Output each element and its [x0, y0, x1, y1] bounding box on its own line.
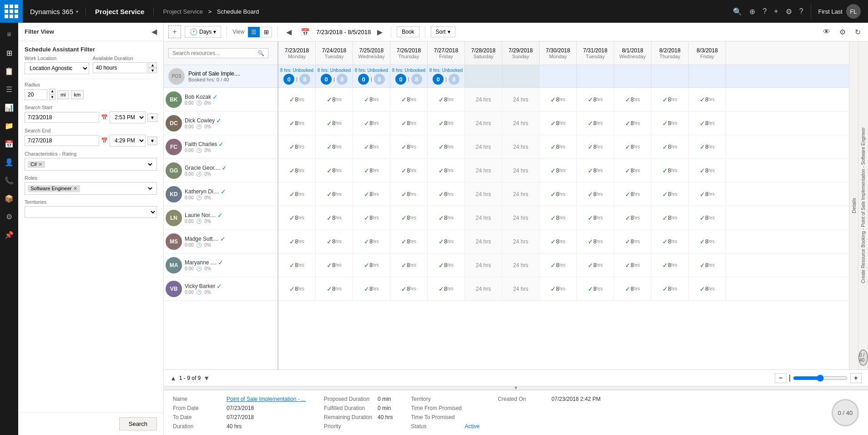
res-cell-3-4[interactable]: ✓8hrs	[428, 159, 465, 182]
user-menu[interactable]: First Last FL	[811, 4, 868, 19]
res-cell-7-0[interactable]: ✓8hrs	[278, 253, 316, 277]
res-cell-5-8[interactable]: ✓8hrs	[577, 206, 614, 229]
res-cell-8-7[interactable]: ✓8hrs	[540, 277, 577, 300]
pagination-next-button[interactable]: ▼	[203, 374, 210, 382]
req-date-cell-8[interactable]	[577, 65, 614, 87]
res-cell-1-1[interactable]: ✓8hrs	[316, 111, 353, 135]
res-cell-6-3[interactable]: ✓8hrs	[390, 230, 428, 253]
sidebar-tasks-icon[interactable]: 📋	[1, 63, 17, 79]
res-cell-7-7[interactable]: ✓8hrs	[540, 253, 577, 277]
res-cell-2-2[interactable]: ✓8hrs	[353, 135, 390, 158]
details-sidebar[interactable]: Details	[849, 41, 858, 369]
req-date-cell-3[interactable]: 8 hrs: Unbooked 0 | 8	[390, 65, 428, 87]
res-cell-0-9[interactable]: ✓8hrs	[614, 88, 651, 111]
search-start-time-dropdown[interactable]: ▼	[147, 113, 157, 122]
res-cell-2-7[interactable]: ✓8hrs	[540, 135, 577, 158]
res-cell-3-11[interactable]: ✓8hrs	[689, 159, 726, 182]
res-cell-7-9[interactable]: ✓8hrs	[614, 253, 651, 277]
res-cell-5-2[interactable]: ✓8hrs	[353, 206, 390, 229]
res-cell-7-10[interactable]: ✓8hrs	[651, 253, 689, 277]
res-cell-4-8[interactable]: ✓8hrs	[577, 182, 614, 206]
search-start-time-select[interactable]: 2:53 PM	[110, 111, 146, 123]
search-end-time-select[interactable]: 4:29 PM	[110, 135, 146, 147]
sidebar-phone-icon[interactable]: 📞	[1, 172, 17, 188]
req-date-cell-11[interactable]	[689, 65, 726, 87]
res-cell-7-5[interactable]: 24 hrs	[465, 253, 502, 277]
sidebar-menu-icon[interactable]: ≡	[1, 26, 17, 43]
req-date-cell-6[interactable]	[502, 65, 540, 87]
radius-up-button[interactable]: ▲	[49, 89, 56, 94]
duration-up-button[interactable]: ▲	[148, 62, 157, 68]
res-cell-1-10[interactable]: ✓8hrs	[651, 111, 689, 135]
role-tag-remove[interactable]: ✕	[73, 186, 77, 192]
question-icon[interactable]: ?	[799, 7, 803, 15]
res-cell-5-11[interactable]: ✓8hrs	[689, 206, 726, 229]
book-button[interactable]: Book	[397, 26, 419, 37]
res-cell-8-6[interactable]: 24 hrs	[502, 277, 540, 300]
res-cell-0-5[interactable]: 24 hrs	[465, 88, 502, 111]
res-cell-8-11[interactable]: ✓8hrs	[689, 277, 726, 300]
sidebar-list-icon[interactable]: ☰	[1, 81, 17, 97]
dynamics-nav[interactable]: Dynamics 365 ▾	[23, 8, 86, 15]
res-cell-6-4[interactable]: ✓8hrs	[428, 230, 465, 253]
radius-input[interactable]	[25, 89, 47, 100]
radius-down-button[interactable]: ▼	[49, 95, 56, 100]
available-duration-input[interactable]	[93, 62, 148, 73]
res-cell-2-11[interactable]: ✓8hrs	[689, 135, 726, 158]
req-date-cell-0[interactable]: 8 hrs: Unbooked 0 | 8	[278, 65, 316, 87]
res-cell-6-5[interactable]: 24 hrs	[465, 230, 502, 253]
resource-booking-sidebar[interactable]: Create Resource Booking - Point of Sale …	[858, 41, 868, 369]
res-cell-5-4[interactable]: ✓8hrs	[428, 206, 465, 229]
list-view-button[interactable]: ☰	[248, 27, 260, 37]
res-cell-8-3[interactable]: ✓8hrs	[390, 277, 428, 300]
res-cell-1-8[interactable]: ✓8hrs	[577, 111, 614, 135]
res-cell-4-0[interactable]: ✓8hrs	[278, 182, 316, 206]
sidebar-home-icon[interactable]: ⊞	[1, 45, 17, 61]
res-cell-6-7[interactable]: ✓8hrs	[540, 230, 577, 253]
res-cell-7-11[interactable]: ✓8hrs	[689, 253, 726, 277]
req-date-cell-7[interactable]	[540, 65, 577, 87]
res-cell-4-11[interactable]: ✓8hrs	[689, 182, 726, 206]
grid-view-button[interactable]: ⊞	[261, 27, 272, 37]
refresh-button[interactable]: ↻	[852, 27, 863, 37]
res-cell-2-3[interactable]: ✓8hrs	[390, 135, 428, 158]
res-cell-0-10[interactable]: ✓8hrs	[651, 88, 689, 111]
res-cell-1-6[interactable]: 24 hrs	[502, 111, 540, 135]
res-cell-6-2[interactable]: ✓8hrs	[353, 230, 390, 253]
res-cell-5-0[interactable]: ✓8hrs	[278, 206, 316, 229]
res-cell-4-1[interactable]: ✓8hrs	[316, 182, 353, 206]
res-cell-5-6[interactable]: 24 hrs	[502, 206, 540, 229]
radius-mi-button[interactable]: mi	[57, 90, 69, 99]
filter-collapse-button[interactable]: ◀	[151, 27, 157, 36]
territories-select[interactable]	[25, 206, 157, 218]
roles-select[interactable]	[82, 185, 154, 192]
res-cell-1-9[interactable]: ✓8hrs	[614, 111, 651, 135]
sidebar-chart-icon[interactable]: 📊	[1, 99, 17, 116]
res-cell-2-8[interactable]: ✓8hrs	[577, 135, 614, 158]
res-cell-2-1[interactable]: ✓8hrs	[316, 135, 353, 158]
res-cell-4-10[interactable]: ✓8hrs	[651, 182, 689, 206]
res-cell-8-2[interactable]: ✓8hrs	[353, 277, 390, 300]
res-cell-1-11[interactable]: ✓8hrs	[689, 111, 726, 135]
res-cell-5-1[interactable]: ✓8hrs	[316, 206, 353, 229]
characteristics-select[interactable]	[47, 161, 154, 168]
duration-down-button[interactable]: ▼	[148, 68, 157, 73]
res-cell-3-6[interactable]: 24 hrs	[502, 159, 540, 182]
res-cell-2-5[interactable]: 24 hrs	[465, 135, 502, 158]
res-cell-6-0[interactable]: ✓8hrs	[278, 230, 316, 253]
res-cell-0-8[interactable]: ✓8hrs	[577, 88, 614, 111]
toolbar-settings-button[interactable]: ⚙	[837, 27, 848, 37]
res-cell-4-6[interactable]: 24 hrs	[502, 182, 540, 206]
res-cell-1-5[interactable]: 24 hrs	[465, 111, 502, 135]
res-cell-4-5[interactable]: 24 hrs	[465, 182, 502, 206]
radius-km-button[interactable]: km	[71, 90, 84, 99]
sidebar-folder-icon[interactable]: 📁	[1, 117, 17, 134]
sidebar-calendar-icon[interactable]: 📅	[1, 136, 17, 152]
res-cell-8-1[interactable]: ✓8hrs	[316, 277, 353, 300]
next-date-button[interactable]: ▶	[374, 27, 385, 37]
search-resources-icon[interactable]: 🔍	[257, 50, 264, 56]
res-cell-6-6[interactable]: 24 hrs	[502, 230, 540, 253]
sort-button[interactable]: Sort ▾	[431, 26, 455, 37]
res-cell-1-3[interactable]: ✓8hrs	[390, 111, 428, 135]
res-cell-5-5[interactable]: 24 hrs	[465, 206, 502, 229]
